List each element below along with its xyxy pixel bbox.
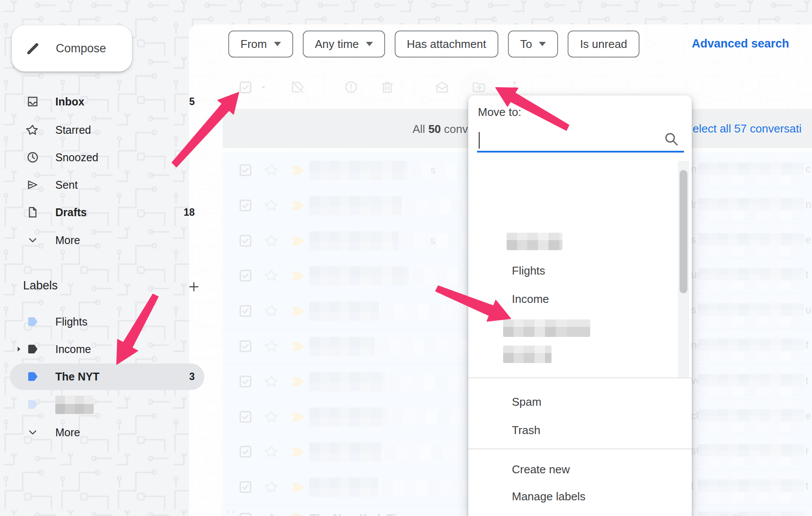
search-icon (663, 131, 679, 147)
chevron-down-icon (539, 42, 546, 46)
label-count: 3 (172, 371, 195, 383)
label-name: The NYT (55, 370, 99, 383)
sidebar-label-redacted[interactable] (0, 391, 205, 418)
unread-count: 18 (172, 207, 195, 218)
sidebar-item-label: Drafts (55, 206, 87, 219)
filter-chip-is-unread[interactable]: Is unread (568, 31, 639, 58)
menu-action-manage-labels[interactable]: Manage labels (512, 490, 585, 503)
filter-chip-to[interactable]: To (508, 31, 558, 58)
sidebar-label-flights[interactable]: Flights (0, 309, 205, 335)
sidebar-label-the-nyt[interactable]: The NYT3 (0, 363, 205, 390)
chevron-down-icon (26, 234, 39, 247)
sidebar-label-more[interactable]: More (0, 419, 205, 445)
advanced-search-link[interactable]: Advanced search (692, 37, 789, 51)
menu-item-spam[interactable]: Spam (512, 395, 541, 409)
select-all-conversations-link[interactable]: elect all 57 conversati (693, 122, 802, 136)
search-chip-row: FromAny timeHas attachmentToIs unread (228, 31, 639, 58)
menu-action-create-new[interactable]: Create new (512, 463, 570, 476)
input-focus-underline (477, 151, 684, 153)
expand-arrow-icon[interactable] (14, 345, 23, 353)
sidebar-item-starred[interactable]: Starred (0, 117, 205, 143)
move-to-menu: Move to: FlightsIncomeWorkWork/Work Emai… (468, 95, 692, 516)
sidebar: Compose Inbox5StarredSnoozedSentDrafts18… (0, 0, 189, 516)
label-tag-icon (26, 343, 39, 356)
sidebar-item-more[interactable]: More (0, 227, 205, 253)
menu-item-trash[interactable]: Trash (512, 424, 541, 437)
label-name: Income (55, 343, 91, 356)
sidebar-item-label: Inbox (55, 95, 85, 108)
filter-chip-has-attachment[interactable]: Has attachment (395, 31, 498, 58)
compose-label: Compose (56, 42, 106, 55)
menu-item-flights[interactable]: Flights (512, 264, 545, 278)
chevron-down-icon (26, 426, 39, 439)
menu-item-redacted[interactable] (507, 233, 562, 250)
labels-heading: Labels (23, 279, 58, 292)
chip-label: From (240, 37, 267, 51)
text-cursor (479, 132, 480, 149)
menu-item-redacted[interactable] (503, 346, 551, 363)
sidebar-item-label: Sent (55, 179, 78, 191)
chip-label: Has attachment (407, 37, 486, 51)
chevron-down-icon (366, 42, 373, 46)
menu-divider (468, 448, 692, 449)
filter-chip-any-time[interactable]: Any time (303, 31, 385, 58)
clock-icon (26, 151, 39, 164)
send-icon (26, 178, 39, 191)
pencil-icon (25, 41, 41, 56)
sidebar-item-drafts[interactable]: Drafts18 (0, 199, 205, 225)
move-to-label-list: FlightsIncomeWorkWork/Work EmailSocial (468, 157, 692, 377)
sidebar-item-inbox[interactable]: Inbox5 (0, 88, 205, 115)
star-icon (26, 123, 39, 136)
unread-count: 5 (172, 96, 195, 108)
sidebar-item-label: Starred (55, 124, 91, 136)
sidebar-item-sent[interactable]: Sent (0, 172, 205, 198)
chevron-down-icon (274, 42, 281, 46)
sidebar-item-snoozed[interactable]: Snoozed (0, 144, 205, 170)
label-tag-icon (26, 315, 39, 328)
selection-banner-text: All 50 conv (413, 122, 468, 136)
menu-divider (468, 377, 692, 378)
sidebar-label-income[interactable]: Income (0, 336, 205, 362)
label-name: Flights (55, 316, 88, 328)
sidebar-item-label: Snoozed (55, 151, 98, 164)
label-tag-icon (26, 370, 39, 383)
chip-label: To (520, 37, 532, 51)
redacted-label-name (55, 396, 94, 414)
filter-chip-from[interactable]: From (228, 31, 293, 58)
label-name: More (55, 426, 80, 439)
label-tag-icon (26, 398, 39, 411)
sidebar-item-label: More (55, 234, 80, 247)
inbox-icon (26, 95, 39, 108)
chip-label: Any time (315, 37, 359, 51)
menu-scrollbar-thumb[interactable] (680, 170, 687, 293)
draft-icon (26, 206, 39, 219)
move-to-title: Move to: (478, 105, 521, 119)
compose-button[interactable]: Compose (12, 25, 132, 71)
menu-item-redacted[interactable] (503, 319, 590, 337)
chip-label: Is unread (580, 37, 627, 51)
move-to-search-input[interactable] (478, 129, 661, 150)
add-label-icon[interactable] (187, 280, 200, 293)
menu-item-income[interactable]: Income (512, 292, 549, 306)
